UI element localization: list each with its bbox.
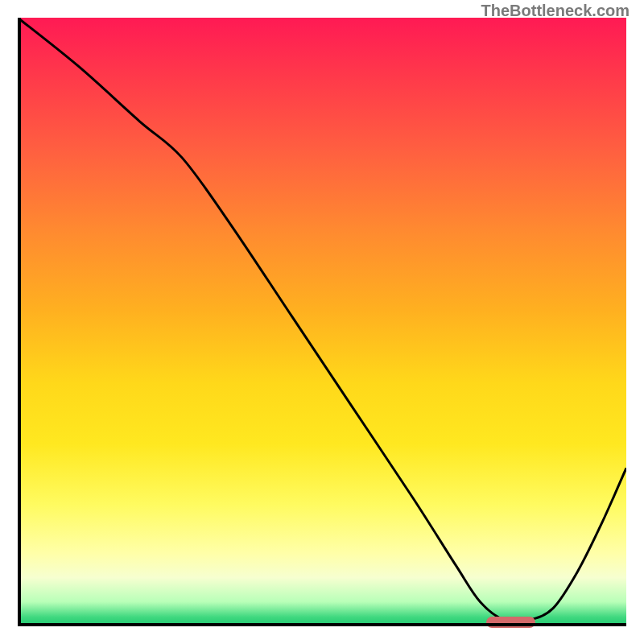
chart-container: TheBottleneck.com [0,0,644,644]
optimal-range-marker [486,617,535,628]
plot-area [18,18,626,626]
bottleneck-curve [18,18,626,626]
